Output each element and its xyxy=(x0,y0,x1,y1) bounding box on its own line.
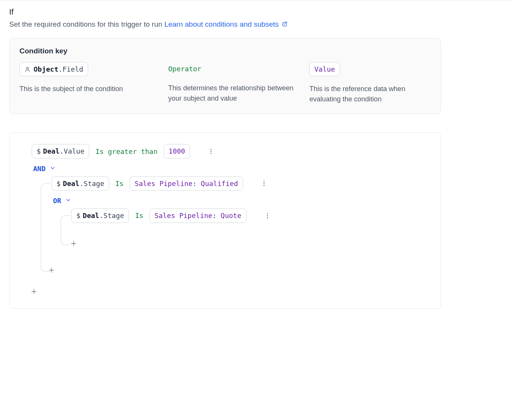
value-text: Sales Pipeline: Quote xyxy=(155,211,242,220)
link-text: Learn about conditions and subsets xyxy=(164,20,279,28)
more-vertical-icon xyxy=(264,212,271,219)
subject-desc: This is the subject of the condition xyxy=(19,84,153,94)
condition-group-1: $ Deal.Stage Is Sales Pipeline: Qualifie… xyxy=(41,176,431,279)
field-object: Deal xyxy=(63,179,79,188)
svg-point-4 xyxy=(264,181,265,182)
dollar-prefix-icon: $ xyxy=(76,211,81,220)
dollar-prefix-icon: $ xyxy=(56,179,61,188)
field-name: .Value xyxy=(60,147,84,155)
field-selector[interactable]: $ Deal.Stage xyxy=(71,208,129,223)
learn-conditions-link[interactable]: Learn about conditions and subsets xyxy=(164,20,288,28)
operator-desc: This determines the relationship between… xyxy=(168,83,294,104)
value-input[interactable]: 1000 xyxy=(164,144,190,158)
key-col-value: Value This is the reference data when ev… xyxy=(309,62,428,104)
condition-key-card: Condition key Object.Field This is the s… xyxy=(9,38,441,114)
svg-point-7 xyxy=(267,213,268,214)
key-col-subject: Object.Field This is the subject of the … xyxy=(19,62,153,104)
more-vertical-icon xyxy=(208,148,214,155)
chevron-down-icon xyxy=(65,197,71,205)
condition-group-2: $ Deal.Stage Is Sales Pipeline: Quote xyxy=(61,208,431,252)
operator-selector[interactable]: Is greater than xyxy=(95,147,158,155)
plus-icon xyxy=(70,240,77,247)
operator-selector[interactable]: Is xyxy=(135,212,143,220)
add-condition-button[interactable] xyxy=(46,265,57,276)
more-vertical-icon xyxy=(261,180,267,187)
field-object: Deal xyxy=(43,147,60,155)
svg-point-5 xyxy=(264,183,265,184)
value-input[interactable]: Sales Pipeline: Quote xyxy=(150,208,246,223)
value-desc: This is the reference data when evaluati… xyxy=(309,84,428,104)
section-title: If xyxy=(9,7,441,16)
operator-selector[interactable]: Is xyxy=(115,180,124,188)
plus-icon xyxy=(48,266,55,274)
field-selector[interactable]: $ Deal.Stage xyxy=(52,176,109,191)
add-condition-button[interactable] xyxy=(68,238,79,249)
row-more-button[interactable] xyxy=(206,145,216,158)
subject-object: Object xyxy=(34,65,58,74)
subject-field: .Field xyxy=(58,65,83,74)
subject-pill: Object.Field xyxy=(19,62,88,76)
svg-point-3 xyxy=(211,153,212,154)
chevron-down-icon xyxy=(50,165,56,173)
logic-label: AND xyxy=(33,165,46,173)
value-input[interactable]: Sales Pipeline: Qualified xyxy=(130,176,243,191)
operator-label: Operator xyxy=(168,62,201,75)
condition-key-title: Condition key xyxy=(19,47,431,55)
field-selector[interactable]: $ Deal.Value xyxy=(32,144,89,158)
svg-point-0 xyxy=(26,67,28,69)
section-description-text: Set the required conditions for this tri… xyxy=(9,20,162,28)
value-text: 1000 xyxy=(169,147,185,155)
dollar-prefix-icon: $ xyxy=(37,147,41,155)
svg-point-9 xyxy=(267,217,268,218)
logic-label: OR xyxy=(53,197,61,205)
logic-selector-and[interactable]: AND xyxy=(32,164,57,173)
value-legend-pill: Value xyxy=(309,62,340,76)
external-link-icon xyxy=(282,21,288,29)
plus-icon xyxy=(30,288,38,295)
person-icon xyxy=(24,66,31,72)
svg-point-2 xyxy=(211,151,212,152)
add-condition-button[interactable] xyxy=(29,286,39,297)
svg-point-8 xyxy=(267,215,268,216)
key-col-operator: Operator This determines the relationshi… xyxy=(168,62,294,104)
logic-selector-or[interactable]: OR xyxy=(52,196,73,205)
field-object: Deal xyxy=(83,211,99,220)
svg-point-6 xyxy=(264,185,265,186)
row-more-button[interactable] xyxy=(262,209,272,222)
svg-point-1 xyxy=(211,149,212,150)
value-text: Sales Pipeline: Qualified xyxy=(135,179,238,188)
section-description: Set the required conditions for this tri… xyxy=(9,20,441,29)
field-name: .Stage xyxy=(79,179,104,188)
field-name: .Stage xyxy=(99,211,124,220)
row-more-button[interactable] xyxy=(259,177,269,190)
condition-builder-card: $ Deal.Value Is greater than 1000 AND xyxy=(9,132,441,308)
value-legend-label: Value xyxy=(314,65,335,74)
